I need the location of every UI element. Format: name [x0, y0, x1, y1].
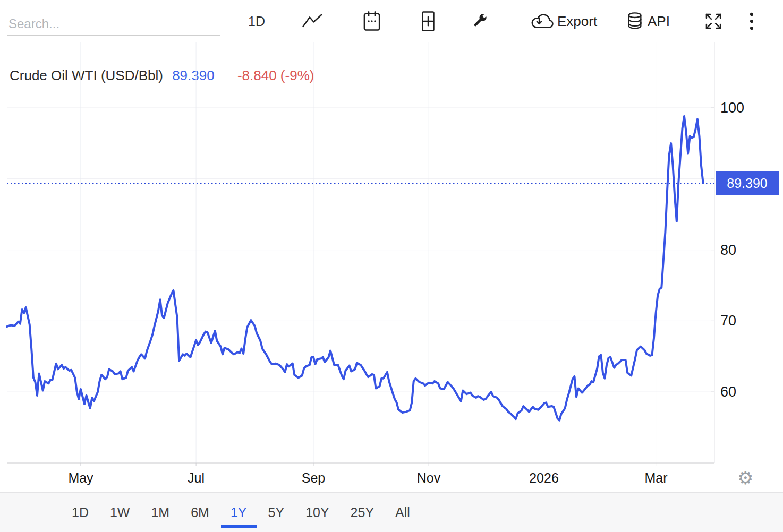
x-axis-label: 2026 — [520, 470, 568, 486]
range-tab-5y[interactable]: 5Y — [259, 493, 294, 532]
range-tab-1w[interactable]: 1W — [100, 493, 140, 532]
range-tab-1y[interactable]: 1Y — [221, 493, 257, 532]
range-tab-all[interactable]: All — [386, 493, 420, 532]
x-axis-label: Nov — [405, 470, 453, 486]
x-axis-label: May — [57, 470, 105, 486]
y-axis-label: 70 — [720, 313, 736, 329]
current-price-badge-label: 89.390 — [727, 176, 767, 191]
range-tab-1m[interactable]: 1M — [141, 493, 179, 532]
current-price-badge: 89.390 — [716, 171, 779, 195]
range-tab-6m[interactable]: 6M — [181, 493, 219, 532]
settings-gear-icon[interactable]: ⚙ — [737, 467, 753, 488]
x-axis-label: Mar — [632, 470, 680, 486]
y-axis-label: 80 — [720, 242, 736, 258]
range-tab-1d[interactable]: 1D — [62, 493, 98, 532]
range-tab-25y[interactable]: 25Y — [341, 493, 384, 532]
app-window: 1D — [0, 0, 783, 532]
chart-plot[interactable] — [0, 0, 783, 532]
y-axis-label: 60 — [720, 384, 736, 400]
y-axis-label: 100 — [720, 100, 744, 116]
x-axis-label: Sep — [290, 470, 337, 486]
range-tab-10y[interactable]: 10Y — [296, 493, 338, 532]
range-tab-bar: 1D1W1M6M1Y5Y10Y25YAll — [0, 492, 783, 532]
x-axis-label: Jul — [172, 470, 220, 486]
price-series-line — [7, 116, 703, 421]
